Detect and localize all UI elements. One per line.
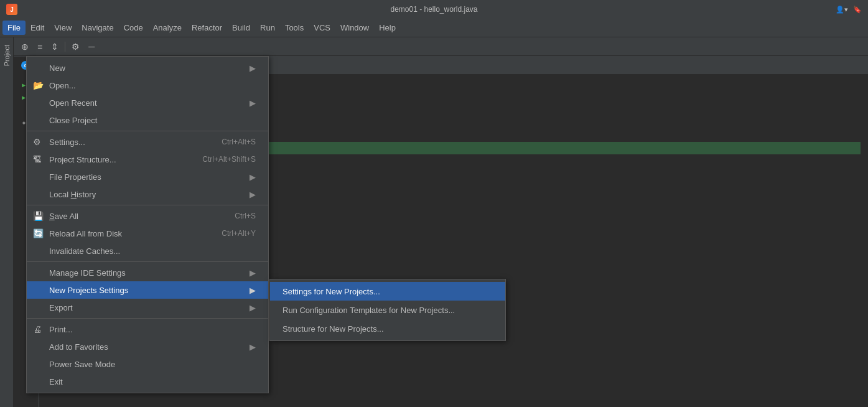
menu-sep-2 [27, 205, 268, 205]
menu-entry-add-favorites-arrow: ▶ [250, 342, 256, 352]
menu-sep-4 [27, 318, 268, 319]
menu-entry-open-label: Open... [49, 81, 256, 90]
menu-navigate[interactable]: Navigate [77, 21, 118, 35]
submenu-settings-new-label: Settings for New Projects... [282, 287, 493, 296]
menu-entry-reload-all-label: Reload All from Disk [49, 229, 209, 238]
menu-entry-local-history-label: Local History [49, 190, 245, 199]
menu-entry-file-properties-arrow: ▶ [250, 172, 256, 182]
menu-entry-new-label: New [49, 63, 245, 73]
submenu-run-config-label: Run Configuration Templates for New Proj… [282, 306, 493, 315]
new-projects-submenu[interactable]: Settings for New Projects... Run Configu… [269, 279, 506, 341]
menu-entry-add-favorites[interactable]: Add to Favorites ▶ [27, 338, 268, 355]
menu-tools[interactable]: Tools [280, 21, 309, 35]
menu-entry-file-properties-label: File Properties [49, 172, 245, 182]
app-icon: J [6, 4, 17, 15]
menu-entry-settings-label: Settings... [49, 138, 209, 147]
menu-build[interactable]: Build [227, 21, 255, 35]
toolbar-collapse-icon[interactable]: ⇕ [49, 40, 61, 53]
main-layout: Project ⊕ ≡ ⇕ ⚙ ─ c hello_world.java ✕ ▶ [0, 37, 868, 407]
sidebar: Project [0, 37, 14, 407]
menu-run[interactable]: Run [255, 21, 280, 35]
reload-icon: 🔄 [33, 228, 44, 238]
menu-entry-manage-ide[interactable]: Manage IDE Settings ▶ [27, 264, 268, 281]
menu-file[interactable]: File [2, 21, 26, 35]
toolbar-minimize-icon[interactable]: ─ [86, 40, 97, 53]
menu-entry-settings-shortcut: Ctrl+Alt+S [222, 138, 256, 146]
toolbar-target-icon[interactable]: ⊕ [19, 40, 31, 53]
menu-entry-save-all-label: Save All [49, 212, 222, 221]
menu-sep-3 [27, 261, 268, 262]
menu-entry-export[interactable]: Export ▶ [27, 299, 268, 316]
menu-entry-exit-label: Exit [49, 377, 256, 386]
menu-entry-project-structure[interactable]: 🏗 Project Structure... Ctrl+Alt+Shift+S [27, 151, 268, 168]
account-icon[interactable]: 👤▾ [836, 6, 848, 14]
run-btn-1[interactable]: ▶ [22, 80, 26, 92]
title-bar-left: J [6, 4, 17, 15]
menu-entry-new-projects-arrow: ▶ [250, 286, 256, 295]
open-folder-icon: 📂 [33, 80, 44, 90]
toolbar-separator [65, 42, 65, 52]
print-icon: 🖨 [33, 324, 42, 334]
menu-view[interactable]: View [49, 21, 77, 35]
menu-code[interactable]: Code [119, 21, 148, 35]
window-title: demo01 - hello_world.java [390, 5, 477, 14]
submenu-entry-run-config[interactable]: Run Configuration Templates for New Proj… [270, 301, 505, 319]
menu-entry-reload-all[interactable]: 🔄 Reload All from Disk Ctrl+Alt+Y [27, 225, 268, 242]
menu-entry-close-project[interactable]: Close Project [27, 111, 268, 129]
menu-entry-print[interactable]: 🖨 Print... [27, 320, 268, 338]
menu-bar: File Edit View Navigate Code Analyze Ref… [0, 19, 868, 37]
menu-entry-close-project-label: Close Project [49, 116, 256, 125]
menu-entry-settings[interactable]: ⚙ Settings... Ctrl+Alt+S [27, 133, 268, 151]
menu-entry-power-save[interactable]: Power Save Mode [27, 355, 268, 373]
menu-entry-save-all[interactable]: 💾 Save All Ctrl+S [27, 207, 268, 225]
menu-sep-1 [27, 131, 268, 131]
menu-entry-new-arrow: ▶ [250, 63, 256, 73]
submenu-structure-new-label: Structure for New Projects... [282, 324, 493, 334]
menu-edit[interactable]: Edit [26, 21, 49, 35]
menu-entry-new[interactable]: New ▶ [27, 59, 268, 77]
project-structure-icon: 🏗 [33, 154, 42, 164]
menu-entry-invalidate-caches-label: Invalidate Caches... [49, 246, 256, 256]
editor-toolbar: ⊕ ≡ ⇕ ⚙ ─ [14, 37, 868, 56]
submenu-entry-structure-new[interactable]: Structure for New Projects... [270, 319, 505, 338]
toolbar-settings-icon[interactable]: ⚙ [69, 40, 82, 53]
menu-entry-power-save-label: Power Save Mode [49, 360, 256, 369]
sidebar-tab-project[interactable]: Project [1, 40, 12, 71]
save-icon: 💾 [33, 211, 44, 221]
menu-entry-new-projects[interactable]: New Projects Settings ▶ Settings for New… [27, 281, 268, 299]
menu-entry-invalidate-caches[interactable]: Invalidate Caches... [27, 242, 268, 260]
menu-entry-reload-all-shortcut: Ctrl+Alt+Y [222, 229, 256, 238]
submenu-entry-settings-new[interactable]: Settings for New Projects... [270, 282, 505, 301]
run-btn-2[interactable]: ▶ [22, 92, 26, 105]
menu-entry-manage-ide-arrow: ▶ [250, 268, 256, 278]
menu-entry-manage-ide-label: Manage IDE Settings [49, 268, 245, 278]
breakpoint-4: ◆ [18, 117, 26, 129]
menu-entry-project-structure-shortcut: Ctrl+Alt+Shift+S [202, 155, 256, 164]
menu-help[interactable]: Help [374, 21, 401, 35]
menu-entry-open-recent[interactable]: Open Recent ▶ [27, 94, 268, 111]
menu-entry-add-favorites-label: Add to Favorites [49, 342, 245, 352]
menu-entry-new-projects-label: New Projects Settings [49, 286, 245, 295]
settings-icon: ⚙ [33, 137, 41, 147]
menu-entry-open-recent-arrow: ▶ [250, 98, 256, 108]
menu-entry-file-properties[interactable]: File Properties ▶ [27, 168, 268, 185]
menu-entry-project-structure-label: Project Structure... [49, 155, 190, 164]
menu-entry-export-label: Export [49, 303, 245, 312]
menu-entry-open[interactable]: 📂 Open... [27, 77, 268, 94]
menu-entry-save-all-shortcut: Ctrl+S [235, 212, 256, 220]
menu-entry-local-history[interactable]: Local History ▶ [27, 185, 268, 203]
menu-entry-exit[interactable]: Exit [27, 373, 268, 390]
menu-entry-local-history-arrow: ▶ [250, 190, 256, 199]
menu-entry-export-arrow: ▶ [250, 303, 256, 312]
menu-window[interactable]: Window [335, 21, 374, 35]
toolbar-lines-icon[interactable]: ≡ [35, 40, 45, 53]
menu-entry-print-label: Print... [49, 325, 256, 334]
menu-analyze[interactable]: Analyze [148, 21, 187, 35]
menu-vcs[interactable]: VCS [309, 21, 335, 35]
menu-entry-open-recent-label: Open Recent [49, 98, 245, 108]
title-bar-controls: 👤▾ 🔖 [836, 6, 862, 14]
menu-refactor[interactable]: Refactor [187, 21, 227, 35]
file-dropdown-menu[interactable]: New ▶ 📂 Open... Open Recent ▶ Close Proj… [26, 56, 269, 393]
bookmark-icon[interactable]: 🔖 [853, 6, 862, 14]
title-bar: J demo01 - hello_world.java 👤▾ 🔖 [0, 0, 868, 19]
